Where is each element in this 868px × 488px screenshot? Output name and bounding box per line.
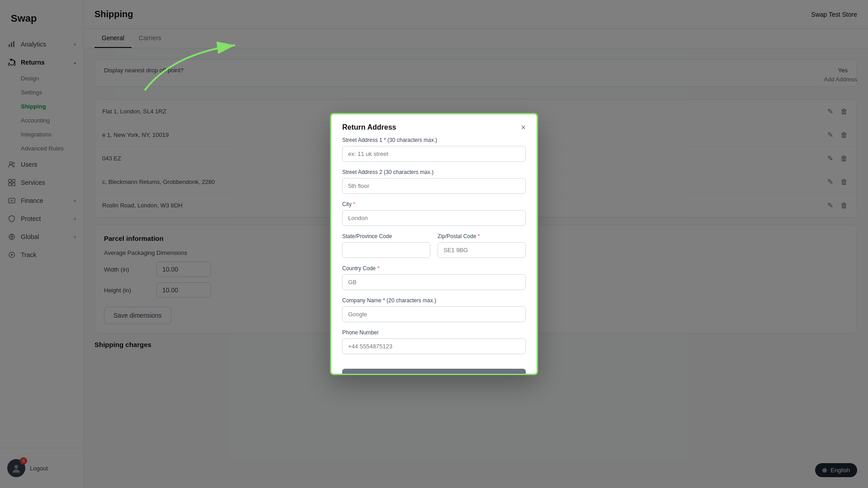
modal-close-button[interactable]: ×: [521, 123, 526, 131]
company-group: Company Name * (20 characters max.): [342, 297, 526, 322]
city-input[interactable]: [342, 210, 526, 226]
company-input[interactable]: [342, 306, 526, 322]
state-group: State/Province Code: [342, 233, 430, 258]
country-group: Country Code *: [342, 265, 526, 290]
modal-footer: Add New Address: [331, 369, 537, 375]
street1-input[interactable]: [342, 146, 526, 162]
city-label: City *: [342, 201, 526, 207]
state-input[interactable]: [342, 242, 430, 258]
zip-group: Zip/Postal Code *: [438, 233, 526, 258]
modal-header: Return Address ×: [331, 114, 537, 137]
street2-label: Street Address 2 (30 characters max.): [342, 169, 526, 175]
street2-group: Street Address 2 (30 characters max.): [342, 169, 526, 194]
street1-group: Street Address 1 * (30 characters max.): [342, 137, 526, 162]
state-zip-row: State/Province Code Zip/Postal Code *: [342, 233, 526, 265]
city-group: City *: [342, 201, 526, 226]
state-label: State/Province Code: [342, 233, 430, 239]
arrow-annotation: [136, 27, 253, 99]
return-address-modal: Return Address × Street Address 1 * (30 …: [330, 113, 538, 375]
modal-title: Return Address: [342, 123, 396, 131]
street2-input[interactable]: [342, 178, 526, 194]
add-new-address-button[interactable]: Add New Address: [342, 369, 526, 375]
country-label: Country Code *: [342, 265, 526, 272]
phone-input[interactable]: [342, 338, 526, 354]
company-label: Company Name * (20 characters max.): [342, 297, 526, 304]
phone-label: Phone Number: [342, 329, 526, 336]
modal-overlay: Return Address × Street Address 1 * (30 …: [0, 0, 868, 488]
zip-input[interactable]: [438, 242, 526, 258]
street1-label: Street Address 1 * (30 characters max.): [342, 137, 526, 143]
modal-body: Street Address 1 * (30 characters max.) …: [331, 137, 537, 369]
phone-group: Phone Number: [342, 329, 526, 354]
country-input[interactable]: [342, 274, 526, 290]
zip-label: Zip/Postal Code *: [438, 233, 526, 239]
